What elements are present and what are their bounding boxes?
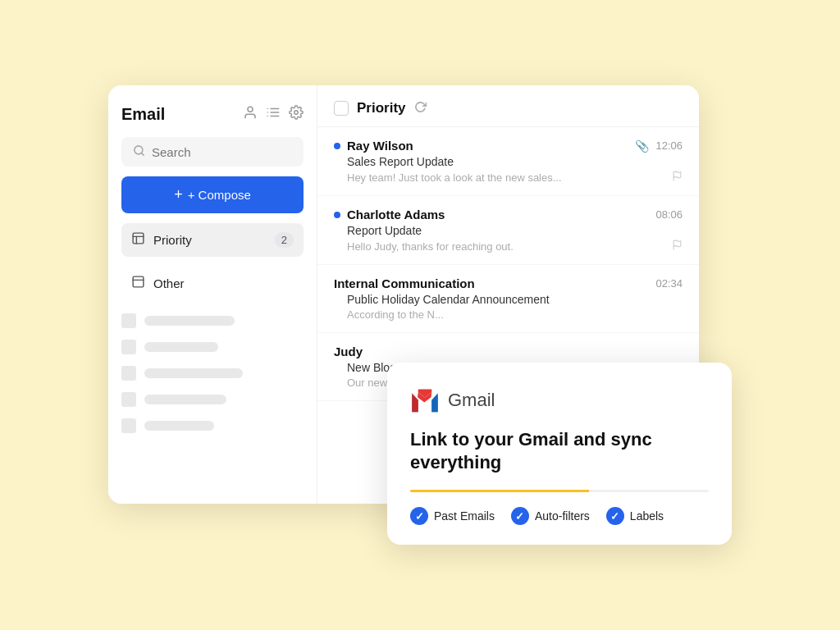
svg-point-7: [294, 111, 299, 115]
email-2-header: Charlotte Adams 08:06: [334, 208, 682, 221]
main-container: Email: [108, 85, 732, 545]
skeleton-row-5: [121, 418, 304, 433]
priority-badge: 2: [275, 232, 294, 248]
sidebar-item-other[interactable]: Other: [121, 267, 304, 300]
svg-line-9: [141, 153, 144, 155]
gmail-m-icon: [410, 386, 440, 415]
app-title: Email: [121, 105, 165, 124]
labels-label: Labels: [630, 509, 664, 523]
feature-labels: Labels: [606, 507, 664, 525]
other-nav-label: Other: [153, 276, 185, 290]
sidebar-item-priority[interactable]: Priority 2: [121, 223, 304, 257]
gmail-features: Past Emails Auto-filters Labels: [410, 507, 709, 525]
flag-icon-1[interactable]: [672, 171, 682, 184]
other-icon: [131, 275, 145, 292]
skeleton-bar-1: [144, 316, 235, 326]
attachment-icon-1: 📎: [635, 139, 649, 153]
priority-icon: [131, 231, 145, 249]
check-icon-auto-filters: [511, 507, 529, 525]
svg-rect-10: [133, 233, 144, 244]
skeleton-icon-2: [121, 340, 136, 354]
search-icon: [133, 144, 145, 159]
email-2-subject: Report Update: [347, 224, 682, 237]
list-icon[interactable]: [266, 105, 281, 124]
past-emails-label: Past Emails: [434, 509, 495, 523]
gmail-tagline: Link to your Gmail and sync everything: [410, 428, 709, 475]
skeleton-items: [121, 313, 304, 433]
skeleton-bar-3: [144, 368, 243, 378]
feature-auto-filters: Auto-filters: [511, 507, 590, 525]
email-3-header: Internal Communication 02:34: [334, 276, 682, 290]
skeleton-bar-4: [144, 395, 226, 404]
svg-rect-13: [133, 276, 144, 287]
skeleton-bar-2: [144, 342, 218, 352]
feature-past-emails: Past Emails: [410, 507, 495, 525]
compose-button[interactable]: + + Compose: [121, 176, 304, 213]
compose-plus-icon: +: [174, 186, 183, 203]
email-list-header: Priority: [317, 85, 699, 127]
compose-label: + Compose: [188, 188, 251, 202]
email-4-sender: Judy: [334, 345, 363, 358]
select-all-checkbox[interactable]: [334, 101, 349, 116]
settings-icon[interactable]: [289, 105, 304, 124]
gmail-divider: [410, 490, 709, 492]
unread-dot-2: [334, 212, 340, 218]
priority-nav-left: Priority: [131, 231, 192, 249]
email-4-header: Judy: [334, 345, 682, 358]
email-list-title: Priority: [357, 100, 406, 116]
email-2-preview: Hello Judy, thanks for reaching out.: [347, 240, 682, 253]
gmail-card: Gmail Link to your Gmail and sync everyt…: [387, 363, 732, 545]
search-input[interactable]: [152, 145, 292, 159]
email-2-sender: Charlotte Adams: [334, 208, 445, 221]
flag-icon-2[interactable]: [672, 240, 682, 253]
other-nav-left: Other: [131, 275, 185, 292]
check-icon-past-emails: [410, 507, 428, 525]
sidebar: Email: [108, 85, 317, 504]
email-1-sender: Ray Wilson: [334, 139, 413, 153]
priority-nav-label: Priority: [153, 233, 192, 247]
skeleton-icon-4: [121, 392, 136, 407]
skeleton-bar-5: [144, 421, 214, 431]
skeleton-row-2: [121, 340, 304, 354]
email-item-2[interactable]: Charlotte Adams 08:06 Report Update Hell…: [317, 196, 699, 265]
email-1-time: 📎 12:06: [635, 139, 682, 153]
gmail-card-header: Gmail: [410, 386, 709, 415]
email-1-header: Ray Wilson 📎 12:06: [334, 139, 682, 153]
email-item-1[interactable]: Ray Wilson 📎 12:06 Sales Report Update H…: [317, 127, 699, 196]
refresh-icon[interactable]: [414, 101, 427, 116]
gmail-brand-label: Gmail: [448, 390, 495, 411]
email-3-preview: According to the N...: [347, 308, 682, 321]
skeleton-row-1: [121, 313, 304, 328]
search-box[interactable]: [121, 137, 304, 167]
email-3-sender: Internal Communication: [334, 276, 475, 290]
email-3-time: 02:34: [655, 277, 682, 290]
sidebar-icon-group: [243, 105, 304, 124]
svg-point-0: [248, 107, 253, 112]
email-1-subject: Sales Report Update: [347, 155, 682, 168]
unread-dot-1: [334, 143, 340, 149]
email-3-subject: Public Holiday Calendar Announcement: [347, 293, 682, 306]
email-item-3[interactable]: Internal Communication 02:34 Public Holi…: [317, 265, 699, 333]
email-1-preview: Hey team! Just took a look at the new sa…: [347, 171, 682, 184]
skeleton-row-4: [121, 392, 304, 407]
email-2-time: 08:06: [655, 208, 682, 221]
auto-filters-label: Auto-filters: [535, 509, 590, 523]
contacts-icon[interactable]: [243, 105, 258, 124]
sidebar-header: Email: [121, 105, 304, 124]
skeleton-icon-3: [121, 366, 136, 381]
check-icon-labels: [606, 507, 624, 525]
skeleton-icon-5: [121, 418, 136, 433]
skeleton-row-3: [121, 366, 304, 381]
skeleton-icon-1: [121, 313, 136, 328]
